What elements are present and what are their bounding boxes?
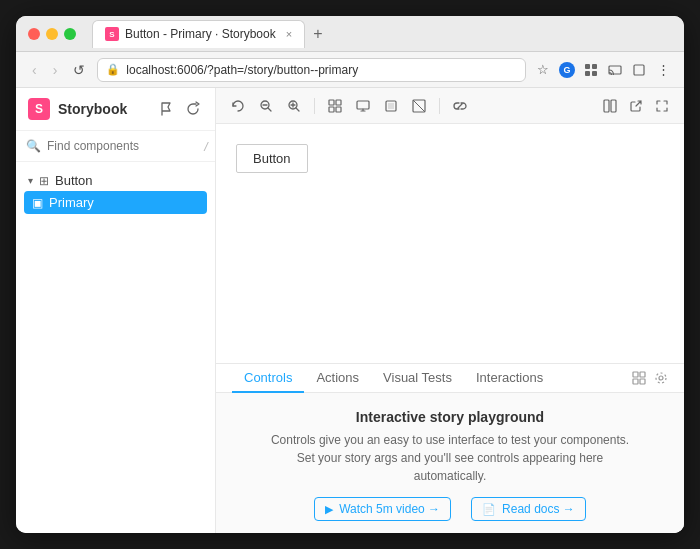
svg-rect-11 [336,107,341,112]
extensions-icon[interactable] [582,61,600,79]
background-icon[interactable] [409,96,429,116]
desktop-icon[interactable] [353,96,373,116]
sidebar: S Storybook 🔍 / ▾ [16,88,216,533]
external-link-icon[interactable] [626,96,646,116]
tab-title: Button - Primary · Storybook [125,27,276,41]
preview-button[interactable]: Button [236,144,308,173]
zoom-in-icon[interactable] [284,96,304,116]
canvas-toolbar [216,88,684,124]
search-input[interactable] [47,139,197,153]
bookmark-icon[interactable]: ☆ [534,61,552,79]
svg-rect-5 [634,65,644,75]
canvas-preview: Button [216,124,684,363]
svg-rect-9 [336,100,341,105]
tab-actions[interactable]: Actions [304,364,371,393]
panel-body: Interactive story playground Controls gi… [216,393,684,533]
storybook-title: Storybook [58,101,127,117]
svg-rect-14 [388,103,394,109]
watch-video-link[interactable]: ▶ Watch 5m video → [314,497,451,521]
side-by-side-icon[interactable] [600,96,620,116]
main-content: S Storybook 🔍 / ▾ [16,88,684,533]
storybook-icon: S [28,98,50,120]
browser-window: S Button - Primary · Storybook × + ‹ › ↺… [16,16,684,533]
tab-favicon: S [105,27,119,41]
title-bar: S Button - Primary · Storybook × + [16,16,684,52]
svg-rect-16 [604,100,609,112]
cast-icon[interactable] [606,61,624,79]
tree-button-label: Button [55,173,93,188]
panel-desc: Controls give you an easy to use interfa… [270,431,630,485]
svg-rect-0 [585,64,590,69]
canvas-toolbar-right [600,96,672,116]
tab-controls[interactable]: Controls [232,364,304,393]
panel-settings-icon[interactable] [654,371,668,388]
url-text: localhost:6006/?path=/story/button--prim… [126,63,358,77]
minimize-button[interactable] [46,28,58,40]
tab-close-button[interactable]: × [286,28,292,40]
svg-rect-18 [633,372,638,377]
tree-primary-label: Primary [49,195,94,210]
bottom-panel: Controls Actions Visual Tests Interactio… [216,363,684,533]
storybook-logo: S Storybook [28,98,127,120]
maximize-button[interactable] [64,28,76,40]
svg-point-23 [656,373,666,383]
component-icon: ⊞ [39,174,49,188]
svg-rect-17 [611,100,616,112]
sidebar-header: S Storybook [16,88,215,131]
nav-bar: ‹ › ↺ 🔒 localhost:6006/?path=/story/butt… [16,52,684,88]
toolbar-separator-1 [314,98,315,114]
svg-rect-1 [592,64,597,69]
new-tab-button[interactable]: + [313,25,322,43]
read-docs-label: Read docs → [502,502,575,516]
sidebar-header-icons [157,99,203,119]
panel-links: ▶ Watch 5m video → 📄 Read docs → [314,497,586,521]
menu-icon[interactable]: ⋮ [654,61,672,79]
toolbar-separator-2 [439,98,440,114]
tab-interactions[interactable]: Interactions [464,364,555,393]
browser-tab-active[interactable]: S Button - Primary · Storybook × [92,20,305,48]
canvas-area: Button Controls Actions Visual Tests Int… [216,88,684,533]
watch-video-label: Watch 5m video → [339,502,440,516]
play-icon: ▶ [325,503,333,516]
panel-tab-icons [632,371,668,392]
panel-grid-icon[interactable] [632,371,646,388]
svg-rect-3 [592,71,597,76]
grid-icon[interactable] [325,96,345,116]
fullscreen-icon[interactable] [652,96,672,116]
tree-view: ▾ ⊞ Button ▣ Primary [16,162,215,533]
address-bar[interactable]: 🔒 localhost:6006/?path=/story/button--pr… [97,58,526,82]
tree-button-group[interactable]: ▾ ⊞ Button [16,170,215,191]
svg-rect-12 [357,101,369,109]
zoom-out-icon[interactable] [256,96,276,116]
lock-icon: 🔒 [106,63,120,76]
panel-title: Interactive story playground [356,409,544,425]
read-docs-link[interactable]: 📄 Read docs → [471,497,586,521]
copy-link-icon[interactable] [450,96,470,116]
nav-right: ☆ G ⋮ [534,61,672,79]
profile-icon[interactable]: G [558,61,576,79]
tab-visual-tests[interactable]: Visual Tests [371,364,464,393]
svg-rect-2 [585,71,590,76]
back-button[interactable]: ‹ [28,60,41,80]
window-icon[interactable] [630,61,648,79]
refresh-button[interactable]: ↺ [69,60,89,80]
svg-rect-20 [633,379,638,384]
refresh-icon[interactable] [183,99,203,119]
panel-tabs: Controls Actions Visual Tests Interactio… [216,364,684,393]
padding-icon[interactable] [381,96,401,116]
tree-primary-item[interactable]: ▣ Primary [24,191,207,214]
search-bar: 🔍 / [16,131,215,162]
svg-rect-8 [329,100,334,105]
traffic-lights [28,28,76,40]
tab-bar: S Button - Primary · Storybook × + [92,20,672,48]
forward-button[interactable]: › [49,60,62,80]
reset-icon[interactable] [228,96,248,116]
flag-icon[interactable] [157,99,177,119]
docs-icon: 📄 [482,503,496,516]
search-shortcut: / [203,140,210,153]
svg-rect-10 [329,107,334,112]
svg-rect-19 [640,372,645,377]
story-icon: ▣ [32,196,43,210]
close-button[interactable] [28,28,40,40]
svg-point-22 [659,376,663,380]
